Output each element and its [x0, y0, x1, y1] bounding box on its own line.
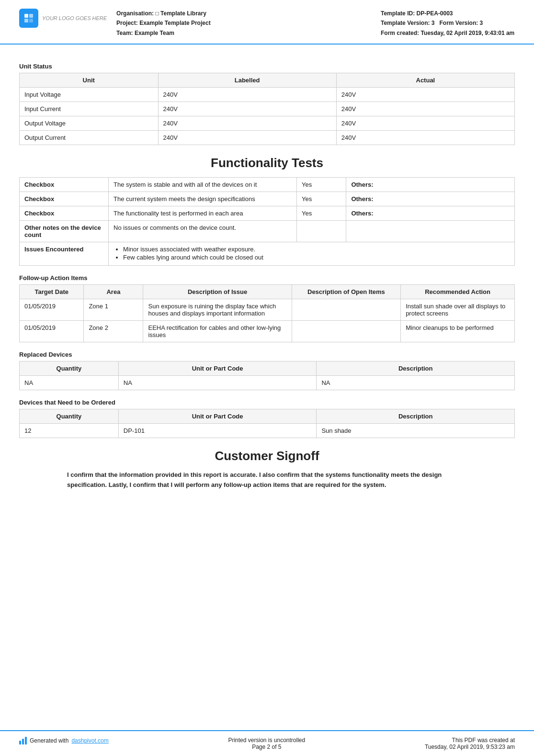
team-label: Team: [116, 30, 133, 36]
replaced-header-row: Quantity Unit or Part Code Description [20, 361, 515, 376]
table-row: 01/05/2019Zone 2EEHA rectification for c… [20, 321, 515, 342]
logo-block: YOUR LOGO GOES HERE [19, 9, 107, 28]
svg-rect-3 [29, 19, 33, 23]
bar1 [19, 741, 21, 745]
template-version-label: Template Version: [381, 20, 430, 26]
action-col-date: Target Date [20, 285, 84, 299]
replaced-tbody: NANANA [20, 376, 515, 390]
table-row: Issues EncounteredMinor issues associate… [20, 242, 515, 266]
footer-brand-link[interactable]: dashpivot.com [71, 737, 108, 744]
func-others: Others: [346, 178, 515, 192]
unit-col-unit: Unit [20, 73, 159, 88]
table-cell: 240V [336, 131, 514, 145]
func-label: Issues Encountered [20, 242, 109, 266]
footer: Generated with dashpivot.com Printed ver… [0, 730, 534, 756]
action-header-row: Target Date Area Description of Issue De… [20, 285, 515, 299]
unit-status-tbody: Input Voltage240V240VInput Current240V24… [20, 88, 515, 145]
func-others: Others: [346, 206, 515, 221]
org-line: Organisation: □ Template Library [116, 9, 371, 18]
template-id-label: Template ID: [381, 10, 415, 17]
footer-uncontrolled: Printed version is uncontrolled [228, 737, 305, 744]
order-col-desc: Description [317, 409, 515, 424]
table-cell: 240V [158, 131, 336, 145]
form-created-value: Tuesday, 02 April 2019, 9:43:01 am [420, 30, 514, 36]
func-label: Checkbox [20, 178, 109, 192]
team-value: Example Team [135, 30, 174, 36]
table-cell: Input Voltage [20, 88, 159, 102]
functionality-tests-title: Functionality Tests [19, 156, 515, 170]
action-col-open: Description of Open Items [292, 285, 400, 299]
svg-rect-1 [29, 14, 33, 18]
devices-order-table: Quantity Unit or Part Code Description 1… [19, 409, 515, 438]
func-others [346, 221, 515, 242]
form-version-label: Form Version: [440, 20, 478, 26]
func-description: The functionality test is performed in e… [109, 206, 297, 221]
functionality-tests-table: CheckboxThe system is stable and with al… [19, 177, 515, 266]
table-cell: Output Voltage [20, 116, 159, 131]
table-row: Input Voltage240V240V [20, 88, 515, 102]
template-version-value: 3 [432, 20, 435, 26]
func-others: Others: [346, 192, 515, 206]
footer-brand: Generated with dashpivot.com [19, 737, 109, 745]
table-cell: 240V [336, 116, 514, 131]
form-created-line: Form created: Tuesday, 02 April 2019, 9:… [381, 28, 515, 38]
footer-page: Page 2 of 5 [228, 744, 305, 750]
action-table: Target Date Area Description of Issue De… [19, 284, 515, 342]
table-row: NANANA [20, 376, 515, 390]
order-col-qty: Quantity [20, 409, 119, 424]
unit-col-actual: Actual [336, 73, 514, 88]
logo-text: YOUR LOGO GOES HERE [42, 15, 107, 21]
list-item: Few cables lying around which could be c… [123, 254, 510, 261]
header-meta: Organisation: □ Template Library Project… [116, 9, 371, 38]
form-created-label: Form created: [381, 30, 419, 36]
table-cell: NA [20, 376, 119, 390]
svg-rect-0 [24, 14, 28, 18]
action-tbody: 01/05/2019Zone 1Sun exposure is ruining … [20, 299, 515, 342]
table-row: Input Current240V240V [20, 102, 515, 116]
org-label: Organisation: [116, 10, 154, 17]
func-label: Checkbox [20, 206, 109, 221]
replaced-col-desc: Description [317, 361, 515, 376]
page: YOUR LOGO GOES HERE Organisation: □ Temp… [0, 0, 534, 756]
replaced-devices-table: Quantity Unit or Part Code Description N… [19, 361, 515, 390]
followup-heading: Follow-up Action Items [19, 274, 515, 282]
func-value: Yes [297, 192, 346, 206]
table-cell: Minor cleanups to be performed [401, 321, 515, 342]
team-line: Team: Example Team [116, 28, 371, 38]
table-cell: NA [317, 376, 515, 390]
table-cell: Sun exposure is ruining the display face… [143, 299, 292, 321]
unit-col-labelled: Labelled [158, 73, 336, 88]
table-cell: Zone 2 [84, 321, 143, 342]
logo-icon [19, 9, 38, 28]
table-cell [292, 299, 400, 321]
org-value: Template Library [160, 10, 206, 17]
dashpivot-icon [19, 737, 27, 745]
func-value [297, 221, 346, 242]
func-description: The current system meets the design spec… [109, 192, 297, 206]
table-row: Output Voltage240V240V [20, 116, 515, 131]
content: Unit Status Unit Labelled Actual Input V… [0, 45, 534, 730]
footer-created-label: This PDF was created at [425, 737, 515, 744]
table-cell: Install sun shade over all displays to p… [401, 299, 515, 321]
table-row: Output Current240V240V [20, 131, 515, 145]
order-tbody: 12DP-101Sun shade [20, 424, 515, 438]
bar3 [25, 737, 27, 745]
table-row: CheckboxThe current system meets the des… [20, 192, 515, 206]
table-cell: Sun shade [317, 424, 515, 438]
func-label: Other notes on the device count [20, 221, 109, 242]
table-row: CheckboxThe system is stable and with al… [20, 178, 515, 192]
table-cell: Input Current [20, 102, 159, 116]
unit-status-heading: Unit Status [19, 63, 515, 70]
svg-rect-2 [24, 19, 28, 23]
func-bullets: Minor issues associated with weather exp… [109, 242, 515, 266]
table-cell: NA [118, 376, 317, 390]
devices-order-heading: Devices that Need to be Ordered [19, 399, 515, 406]
table-cell: 01/05/2019 [20, 299, 84, 321]
footer-brand-text: Generated with [30, 737, 68, 744]
func-label: Checkbox [20, 192, 109, 206]
table-cell [292, 321, 400, 342]
replaced-col-code: Unit or Part Code [118, 361, 317, 376]
action-col-area: Area [84, 285, 143, 299]
template-id-line: Template ID: DP-PEA-0003 [381, 9, 515, 18]
footer-right: This PDF was created at Tuesday, 02 Apri… [425, 737, 515, 750]
